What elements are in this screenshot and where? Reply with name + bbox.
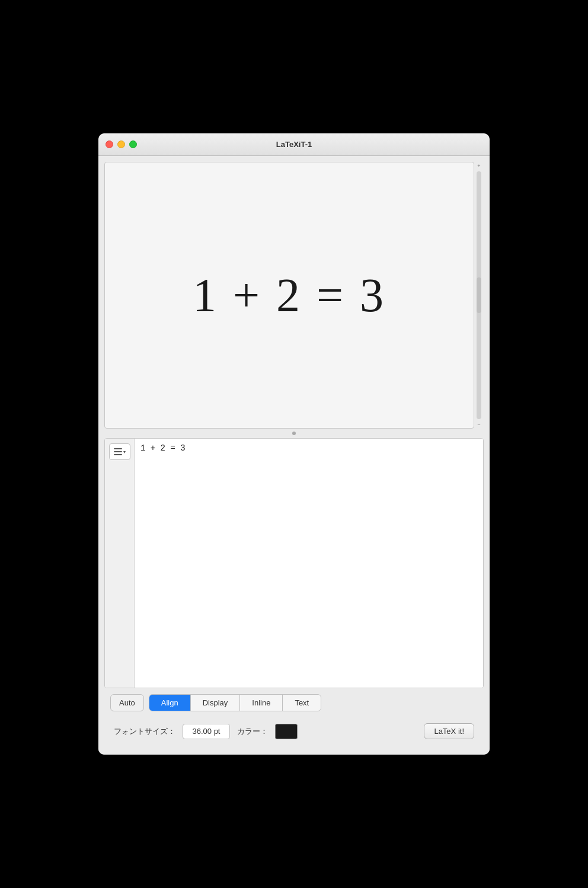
scrollbar-down-button[interactable]: − [475, 420, 483, 429]
menu-icon-line-2 [114, 451, 122, 452]
editor-sidebar: ▾ [105, 439, 135, 688]
menu-icon-line-3 [114, 454, 122, 455]
math-preview: 1 + 2 = 3 [193, 269, 386, 322]
mode-inline-button[interactable]: Inline [240, 695, 283, 711]
color-swatch[interactable] [275, 724, 298, 739]
menu-chevron-icon: ▾ [123, 449, 126, 455]
maximize-button[interactable] [129, 140, 137, 148]
scrollbar-up-button[interactable]: + [475, 162, 483, 170]
minimize-button[interactable] [117, 140, 125, 148]
font-size-label: フォントサイズ： [114, 726, 175, 737]
font-size-input[interactable] [183, 724, 230, 739]
mode-text-button[interactable]: Text [283, 695, 321, 711]
menu-icon [114, 448, 122, 455]
mode-bar: Auto Align Display Inline Text [104, 688, 484, 717]
app-window: LaTeXiT-1 1 + 2 = 3 + − [98, 133, 490, 755]
main-content: 1 + 2 = 3 + − [98, 156, 490, 755]
titlebar: LaTeXiT-1 [98, 133, 490, 156]
latex-it-button[interactable]: LaTeX it! [424, 723, 474, 739]
bottom-bar: フォントサイズ： カラー： LaTeX it! [104, 717, 484, 749]
close-button[interactable] [106, 140, 113, 148]
preview-wrapper: 1 + 2 = 3 + − [104, 162, 484, 429]
menu-icon-line-1 [114, 448, 122, 449]
preview-area: 1 + 2 = 3 [104, 162, 474, 429]
traffic-lights [106, 140, 137, 148]
divider-dot [292, 432, 296, 435]
mode-align-button[interactable]: Align [149, 695, 191, 711]
window-title: LaTeXiT-1 [276, 140, 312, 149]
divider [104, 429, 484, 438]
editor-wrapper: ▾ 1 + 2 = 3 [104, 438, 484, 688]
mode-buttons-group: Align Display Inline Text [149, 694, 321, 711]
mode-display-button[interactable]: Display [191, 695, 241, 711]
mode-auto-button[interactable]: Auto [110, 694, 144, 711]
editor-textarea[interactable]: 1 + 2 = 3 [135, 439, 483, 688]
menu-button[interactable]: ▾ [109, 443, 130, 460]
color-label: カラー： [237, 726, 268, 737]
scrollbar: + − [474, 162, 484, 429]
scrollbar-track[interactable] [477, 171, 481, 419]
scrollbar-thumb[interactable] [477, 277, 481, 313]
